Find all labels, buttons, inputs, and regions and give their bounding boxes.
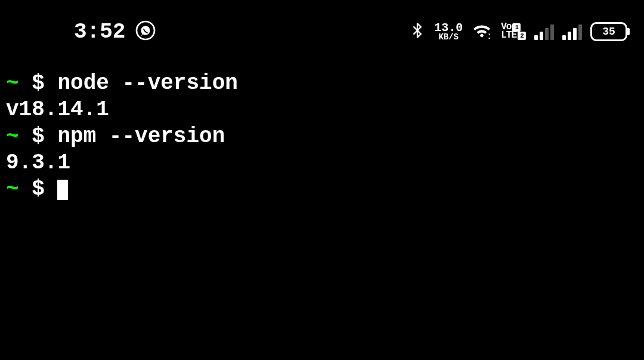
battery-level: 35 (590, 22, 627, 41)
status-left: 3:52 (14, 20, 156, 44)
command-text: npm --version (57, 124, 225, 149)
terminal-area[interactable]: ~ $ node --versionv18.14.1~ $ npm --vers… (0, 59, 644, 202)
terminal-prompt-line: ~ $ npm --version (6, 124, 638, 150)
cursor (57, 180, 68, 200)
prompt-cwd: ~ (6, 71, 32, 96)
net-speed-unit: KB/S (438, 33, 459, 41)
status-bar: 3:52 13.0 KB/S (0, 0, 644, 59)
whatsapp-icon (135, 20, 156, 44)
output-text: v18.14.1 (6, 97, 109, 122)
network-speed: 13.0 KB/S (434, 23, 463, 41)
prompt-cwd: ~ (6, 177, 32, 201)
terminal-output-line: 9.3.1 (6, 150, 638, 176)
wifi-icon (471, 22, 493, 42)
command-text: node --version (57, 71, 237, 96)
svg-marker-2 (488, 37, 490, 39)
prompt-separator: $ (32, 177, 57, 201)
signal-bars-sim2 (562, 23, 582, 40)
output-text: 9.3.1 (6, 150, 70, 175)
signal-bars-sim1 (534, 23, 554, 40)
volte-indicator: Vo1 LTE2 (501, 23, 526, 40)
prompt-separator: $ (32, 124, 57, 149)
bluetooth-icon (409, 21, 426, 43)
battery-indicator: 35 (590, 22, 630, 41)
net-speed-value: 13.0 (434, 23, 463, 33)
clock: 3:52 (74, 20, 125, 44)
terminal-output-line: v18.14.1 (6, 97, 638, 123)
prompt-separator: $ (32, 71, 57, 96)
status-right: 13.0 KB/S Vo1 LTE2 (409, 21, 630, 43)
volte-bot-num: 2 (518, 32, 526, 40)
terminal-prompt-line: ~ $ (6, 176, 638, 202)
prompt-cwd: ~ (6, 124, 32, 149)
svg-marker-1 (488, 33, 490, 35)
terminal-prompt-line: ~ $ node --version (6, 70, 638, 97)
volte-bot-label: LTE (501, 32, 516, 40)
